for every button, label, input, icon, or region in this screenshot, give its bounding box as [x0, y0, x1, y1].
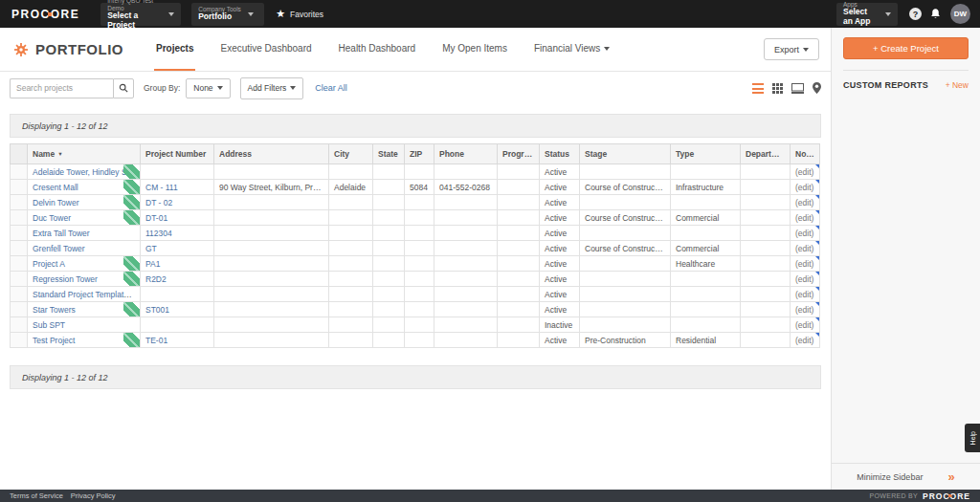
project-department-cell: [741, 226, 791, 241]
project-link[interactable]: Sub SPT: [33, 320, 65, 330]
project-notes-cell: (edit): [791, 317, 820, 333]
tab-projects[interactable]: Projects: [154, 28, 195, 71]
project-phone-cell: [434, 195, 498, 210]
tab-health-dashboard[interactable]: Health Dashboard: [337, 28, 418, 71]
column-header-program[interactable]: Program: [498, 144, 540, 164]
edit-notes-link[interactable]: (edit): [795, 274, 813, 284]
column-header-type[interactable]: Type: [671, 144, 741, 164]
project-link[interactable]: Adelaide Tower, Hindley St: [33, 167, 129, 177]
powered-by-label: POWERED BY: [870, 492, 918, 499]
edit-notes-link[interactable]: (edit): [795, 244, 813, 253]
column-header-address[interactable]: Address: [214, 144, 329, 164]
create-project-button[interactable]: + Create Project: [843, 37, 969, 59]
column-header-phone[interactable]: Phone: [434, 144, 498, 164]
column-header-state[interactable]: State: [373, 144, 405, 164]
project-stage-cell: [580, 195, 671, 210]
row-select-cell: [11, 241, 28, 256]
column-header-status[interactable]: Status: [540, 144, 580, 164]
tab-my-open-items[interactable]: My Open Items: [440, 28, 509, 71]
main-content: PORTFOLIO ProjectsExecutive DashboardHea…: [0, 28, 831, 490]
group-by-dropdown[interactable]: None: [186, 78, 230, 98]
company-tools-dropdown[interactable]: Company Tools Portfolio: [191, 3, 264, 26]
column-header-notes[interactable]: Notes: [791, 144, 820, 164]
column-header-zip[interactable]: ZIP: [405, 144, 434, 164]
edit-notes-link[interactable]: (edit): [795, 213, 813, 223]
project-program-cell: [498, 180, 540, 195]
apps-dropdown[interactable]: Apps Select an App: [836, 3, 898, 26]
map-view-icon[interactable]: [813, 82, 821, 94]
project-stage-cell: [580, 164, 671, 180]
edit-notes-link[interactable]: (edit): [795, 167, 813, 177]
project-address-cell: [214, 241, 329, 256]
project-number-cell: DT - 02: [141, 195, 214, 210]
grid-view-icon[interactable]: [772, 83, 783, 94]
project-link[interactable]: Regression Tower: [33, 274, 98, 284]
row-select-cell: [11, 272, 28, 287]
edit-notes-link[interactable]: (edit): [795, 183, 813, 192]
row-select-cell: [11, 226, 28, 241]
project-notes-cell: (edit): [791, 333, 820, 348]
project-link[interactable]: Star Towers: [33, 305, 76, 315]
project-link[interactable]: Grenfell Tower: [33, 244, 85, 253]
procore-logo-text: PROCORE: [11, 8, 79, 21]
help-question-icon[interactable]: ?: [909, 8, 922, 20]
project-stage-cell: Course of Construction: [580, 180, 671, 195]
column-header-city[interactable]: City: [329, 144, 373, 164]
edit-notes-link[interactable]: (edit): [795, 305, 813, 315]
project-link[interactable]: Cresent Mall: [33, 183, 78, 192]
add-filters-dropdown[interactable]: Add Filters: [240, 77, 304, 99]
project-department-cell: [741, 272, 791, 287]
project-type-cell: Commercial: [671, 241, 741, 256]
tab-financial-views[interactable]: Financial Views: [532, 28, 612, 71]
search-button[interactable]: [113, 78, 134, 98]
project-stage-cell: Course of Construction: [580, 241, 671, 256]
clear-all-link[interactable]: Clear All: [315, 83, 347, 93]
privacy-policy-link[interactable]: Privacy Policy: [71, 491, 116, 500]
edit-notes-link[interactable]: (edit): [795, 259, 813, 269]
help-tab[interactable]: Help: [965, 424, 980, 452]
edit-notes-link[interactable]: (edit): [795, 198, 813, 207]
project-selector-dropdown[interactable]: Interfy QBO Test Demo Select a Project: [100, 3, 181, 26]
tab-executive-dashboard[interactable]: Executive Dashboard: [218, 28, 313, 71]
project-name-cell: Star Towers: [28, 302, 141, 317]
edit-notes-link[interactable]: (edit): [795, 320, 813, 330]
add-filters-label: Add Filters: [248, 83, 287, 93]
column-header-name[interactable]: Name: [28, 144, 141, 164]
project-link[interactable]: Duc Tower: [33, 213, 71, 223]
column-header-department[interactable]: Department: [741, 144, 791, 164]
search-input[interactable]: [10, 78, 113, 98]
column-header-stage[interactable]: Stage: [580, 144, 671, 164]
project-type-cell: [671, 164, 741, 180]
edit-notes-link[interactable]: (edit): [795, 229, 813, 238]
project-link[interactable]: Extra Tall Tower: [33, 229, 90, 238]
table-body: Adelaide Tower, Hindley StActive(edit)Cr…: [11, 164, 820, 348]
project-phone-cell: [434, 226, 498, 241]
minimize-sidebar-button[interactable]: Minimize Sidebar: [832, 463, 980, 490]
project-phone-cell: [434, 164, 498, 180]
list-view-icon[interactable]: [752, 83, 764, 94]
column-header-project-number[interactable]: Project Number: [141, 144, 214, 164]
project-link[interactable]: Standard Project Template: [33, 290, 132, 299]
project-number-cell: [141, 164, 214, 180]
edit-notes-link[interactable]: (edit): [795, 336, 813, 345]
new-report-link[interactable]: + New: [946, 80, 969, 90]
project-state-cell: [373, 272, 405, 287]
project-notes-cell: (edit): [791, 210, 820, 226]
edit-notes-link[interactable]: (edit): [795, 290, 813, 299]
project-link[interactable]: Test Project: [33, 336, 75, 345]
project-program-cell: [498, 241, 540, 256]
terms-of-service-link[interactable]: Terms of Service: [10, 491, 63, 500]
project-state-cell: [373, 317, 405, 333]
note-corner-icon: [815, 164, 819, 168]
user-avatar[interactable]: DW: [950, 4, 970, 24]
project-link[interactable]: Project A: [33, 259, 65, 269]
card-view-icon[interactable]: [791, 83, 804, 94]
info-icon: i: [132, 291, 140, 298]
project-link[interactable]: Delvin Tower: [33, 198, 79, 207]
export-button[interactable]: Export: [764, 38, 819, 60]
notifications-bell-icon[interactable]: [929, 8, 942, 20]
export-label: Export: [774, 45, 799, 55]
project-number-cell: [141, 287, 214, 302]
project-stage-cell: [580, 302, 671, 317]
favorites-button[interactable]: ★ Favorites: [276, 8, 323, 20]
